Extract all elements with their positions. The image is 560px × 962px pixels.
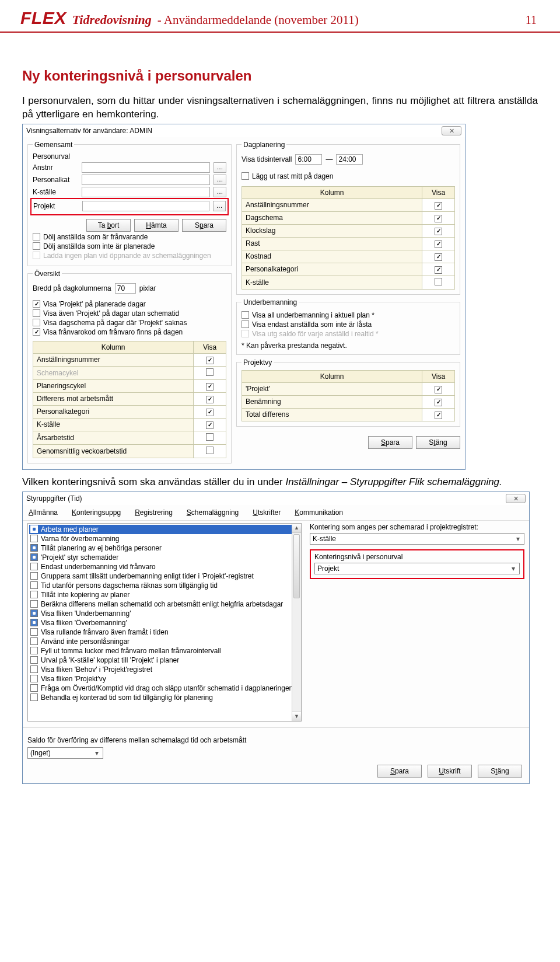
projekt-input[interactable] [82, 201, 209, 211]
visa-checkbox[interactable] [435, 253, 442, 261]
table-row[interactable]: Benämning [242, 395, 455, 408]
visa-checkbox[interactable] [435, 278, 442, 285]
table-row[interactable]: Planeringscykel [33, 379, 226, 392]
option-checkbox[interactable] [30, 619, 38, 626]
saldo-combo[interactable]: (Inget) ▾ [27, 747, 103, 759]
dialog2-utskrift-button[interactable]: Utskrift [428, 765, 472, 778]
table-row[interactable]: K-ställe [242, 276, 455, 289]
kontering-combo[interactable]: K-ställe ▾ [310, 533, 524, 545]
projekt-browse-button[interactable]: … [213, 201, 226, 211]
personalkat-browse-button[interactable]: … [214, 175, 226, 185]
list-item[interactable]: Tid utanför persons dagschema räknas som… [29, 581, 300, 590]
option-checkbox[interactable] [30, 675, 38, 682]
table-row[interactable]: Klockslag [242, 224, 455, 237]
list-item[interactable]: Använd inte personlåsningar [29, 637, 300, 646]
chk-rast-mitt[interactable]: Lägg ut rast mitt på dagen [242, 172, 455, 180]
tab-konteringsuppg[interactable]: Konteringsuppg [71, 507, 122, 518]
list-item[interactable]: 'Projekt' styr schematider [29, 553, 300, 562]
table-row[interactable]: Årsarbetstid [33, 431, 226, 444]
dialog2-spara-button[interactable]: Spara [377, 765, 422, 778]
anstnr-browse-button[interactable]: … [214, 162, 226, 173]
table-row[interactable]: K-ställe [33, 418, 226, 431]
list-item[interactable]: Behandla ej konterad tid som tid tillgän… [29, 693, 300, 702]
dagplanering-table[interactable]: KolumnVisa AnställningsnummerDagschemaKl… [242, 186, 455, 290]
visa-checkbox[interactable] [206, 433, 214, 441]
oversikt-table[interactable]: KolumnVisa AnställningsnummerSchemacykel… [33, 341, 226, 458]
list-item[interactable]: Varna för överbemanning [29, 534, 300, 543]
option-checkbox[interactable] [30, 628, 38, 636]
hamta-button[interactable]: Hämta [134, 219, 178, 232]
option-checkbox[interactable] [30, 609, 38, 617]
table-row[interactable]: Genomsnittlig veckoarbetstid [33, 444, 226, 458]
list-item[interactable]: Visa fliken 'Underbemanning' [29, 609, 300, 618]
table-row[interactable]: Rast [242, 237, 455, 250]
option-checkbox[interactable] [30, 563, 38, 570]
kstalle-browse-button[interactable]: … [214, 187, 226, 197]
list-item[interactable]: Tillåt inte kopiering av planer [29, 590, 300, 599]
ovchk-franvarokod[interactable]: Visa frånvarokod om frånvaro finns på da… [33, 328, 226, 336]
chk-hide-unplanned[interactable]: Dölj anställda som inte är planerade [33, 242, 226, 250]
option-checkbox[interactable] [30, 693, 38, 701]
option-checkbox[interactable] [30, 544, 38, 552]
dialog-spara-button[interactable]: Spara [368, 436, 412, 449]
option-checkbox[interactable] [30, 553, 38, 561]
close-button[interactable]: ✕ [442, 126, 461, 135]
tab-allmänna[interactable]: Allmänna [27, 507, 59, 518]
list-item[interactable]: Visa fliken 'Projekt'vy [29, 674, 300, 684]
list-item[interactable]: Fyll ut tomma luckor med frånvaro mellan… [29, 646, 300, 656]
option-checkbox[interactable] [30, 535, 38, 542]
visa-checkbox[interactable] [435, 399, 442, 406]
tab-schemaläggning[interactable]: Schemaläggning [186, 507, 240, 518]
visa-checkbox[interactable] [435, 215, 442, 222]
list-item[interactable]: Visa fliken 'Överbemanning' [29, 618, 300, 628]
dialog-stang-button[interactable]: Stäng [416, 436, 460, 449]
option-checkbox[interactable] [30, 684, 38, 692]
table-row[interactable]: 'Projekt' [242, 382, 455, 395]
ovchk-projekt-planned[interactable]: Visa 'Projekt' på planerade dagar [33, 300, 226, 308]
option-checkbox[interactable] [30, 647, 38, 654]
anstnr-input[interactable] [82, 162, 210, 173]
visa-checkbox[interactable] [435, 240, 442, 248]
uchk-not-locked[interactable]: Visa endast anställda som inte är låsta [242, 320, 455, 329]
options-listbox[interactable]: Arbeta med planerVarna för överbemanning… [27, 523, 302, 722]
scroll-down-button[interactable]: ▼ [292, 712, 301, 721]
list-item[interactable]: Endast underbemanning vid frånvaro [29, 562, 300, 571]
tab-kommunikation[interactable]: Kommunikation [293, 507, 344, 518]
option-checkbox[interactable] [30, 525, 38, 533]
table-row[interactable]: Anställningsnummer [33, 353, 226, 366]
visa-checkbox[interactable] [435, 266, 442, 274]
listbox-scrollbar[interactable]: ▲ ▼ [292, 524, 301, 721]
visa-checkbox[interactable] [206, 357, 214, 364]
dialog2-close-button[interactable]: ✕ [506, 494, 526, 503]
visa-checkbox[interactable] [435, 202, 442, 210]
uchk-all-under[interactable]: Visa all underbemanning i aktuell plan * [242, 311, 455, 319]
projektvy-table[interactable]: KolumnVisa 'Projekt'BenämningTotal diffe… [242, 370, 455, 421]
list-item[interactable]: Beräkna differens mellan schematid och a… [29, 599, 300, 609]
personalkat-input[interactable] [82, 175, 210, 185]
option-checkbox[interactable] [30, 665, 38, 673]
tids-to-input[interactable] [336, 154, 363, 165]
option-checkbox[interactable] [30, 600, 38, 608]
kstalle-input[interactable] [82, 187, 210, 197]
option-checkbox[interactable] [30, 591, 38, 598]
option-checkbox[interactable] [30, 637, 38, 645]
visa-checkbox[interactable] [435, 386, 442, 393]
table-row[interactable]: Kostnad [242, 250, 455, 263]
bredd-input[interactable] [115, 283, 136, 294]
tab-registrering[interactable]: Registrering [134, 507, 174, 518]
visa-checkbox[interactable] [206, 421, 214, 429]
dialog2-stang-button[interactable]: Stäng [478, 765, 522, 778]
scroll-thumb[interactable] [293, 534, 300, 598]
table-row[interactable]: Differens mot arbetsmått [33, 392, 226, 405]
visa-checkbox[interactable] [206, 409, 214, 416]
tab-utskrifter[interactable]: Utskrifter [251, 507, 282, 518]
table-row[interactable]: Dagschema [242, 211, 455, 224]
table-row[interactable]: Personalkategori [242, 263, 455, 276]
option-checkbox[interactable] [30, 572, 38, 580]
tabort-button[interactable]: Ta bort [86, 219, 131, 232]
list-item[interactable]: Visa fliken 'Behov' i 'Projekt'registret [29, 665, 300, 674]
visa-checkbox[interactable] [206, 383, 214, 391]
chk-hide-absent[interactable]: Dölj anställda som är frånvarande [33, 233, 226, 241]
list-item[interactable]: Arbeta med planer [29, 525, 300, 534]
visa-checkbox[interactable] [206, 396, 214, 403]
